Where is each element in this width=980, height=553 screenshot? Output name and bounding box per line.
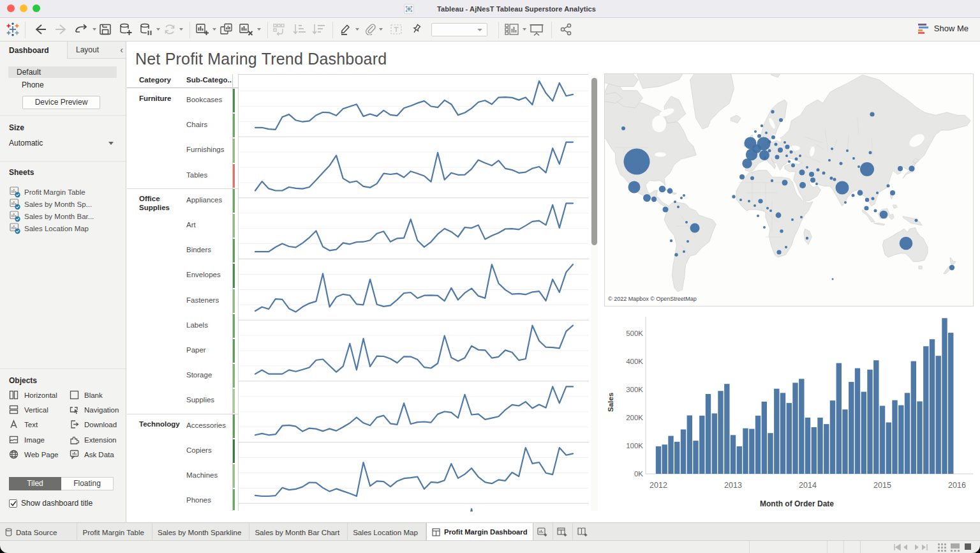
- svg-text:2012: 2012: [650, 481, 667, 490]
- svg-text:Sales: Sales: [607, 393, 614, 412]
- svg-text:200K: 200K: [626, 414, 643, 421]
- svg-text:0K: 0K: [634, 470, 643, 478]
- svg-text:2014: 2014: [799, 481, 817, 490]
- svg-text:2016: 2016: [948, 481, 966, 490]
- svg-text:© 2022 Mapbox © OpenStreetMap: © 2022 Mapbox © OpenStreetMap: [608, 296, 697, 302]
- svg-text:500K: 500K: [626, 330, 643, 337]
- svg-text:400K: 400K: [626, 358, 643, 365]
- svg-text:300K: 300K: [626, 386, 643, 393]
- svg-text:2015: 2015: [873, 481, 891, 490]
- svg-text:100K: 100K: [626, 442, 643, 450]
- svg-text:Month of Order Date: Month of Order Date: [760, 499, 834, 508]
- svg-text:2013: 2013: [724, 481, 742, 490]
